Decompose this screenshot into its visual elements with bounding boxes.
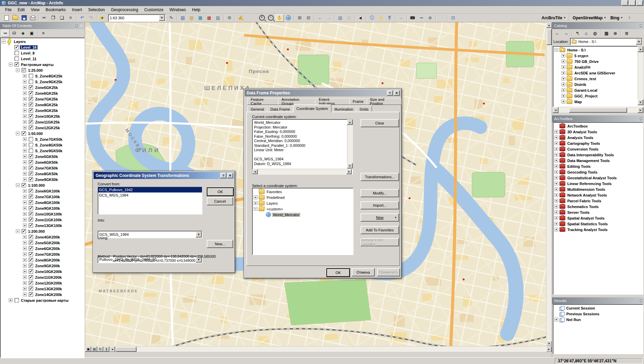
collapse-icon[interactable]: − [16, 132, 20, 135]
menu-windows[interactable]: Windows [167, 6, 189, 13]
toc-item-растровые-карты[interactable]: −Растровые карты [1, 62, 84, 67]
arctoolbox-root[interactable]: ArcToolbox [554, 123, 643, 129]
dfp-tab-size-and-position[interactable]: Size and Position [367, 98, 402, 105]
expand-icon[interactable]: + [23, 218, 27, 222]
table-of-contents-window-button[interactable]: ▤ [179, 14, 187, 22]
visibility-checkbox[interactable] [29, 195, 33, 199]
expand-icon[interactable]: + [554, 136, 558, 139]
toolbox-3d-analyst-tools[interactable]: +3D Analyst Tools [554, 129, 643, 135]
dfp-close-button[interactable]: ✕ [394, 90, 400, 96]
toc-item-zone13gk100k[interactable]: +Zone13GK100k [1, 223, 84, 228]
visibility-checkbox[interactable] [29, 126, 33, 130]
expand-icon[interactable]: + [23, 120, 27, 124]
visibility-checkbox[interactable] [29, 264, 33, 268]
visibility-checkbox[interactable] [29, 74, 33, 78]
toc-item-zone12gk200k[interactable]: +Zone12GK200k [1, 280, 84, 286]
expand-icon[interactable]: + [562, 88, 565, 92]
toc-item-layers[interactable]: −Layers [1, 39, 84, 44]
menu-selection[interactable]: Selection [85, 6, 108, 13]
menu-bookmarks[interactable]: Bookmarks [43, 6, 69, 13]
toc-item-level_16[interactable]: Level_16 [1, 44, 84, 50]
catalog-window-button[interactable]: ▥ [188, 14, 196, 22]
toolbox-analysis-tools[interactable]: +Analysis Tools [554, 135, 643, 140]
visibility-checkbox[interactable] [29, 241, 33, 245]
expand-icon[interactable]: + [23, 270, 27, 273]
editor-toolbar-button[interactable]: ✎ [167, 14, 175, 22]
expand-icon[interactable]: + [554, 130, 558, 134]
toc-item-zone7gk50k[interactable]: +Zone7GK50k [1, 165, 84, 171]
map-scroll-left-arrow[interactable]: ◄ [109, 346, 115, 352]
modify-button[interactable]: Modify... [361, 189, 399, 197]
basemap-arcbrutile-button[interactable]: ArcBruTile▼ [540, 15, 568, 21]
visibility-checkbox[interactable] [29, 172, 33, 176]
visibility-checkbox[interactable] [29, 91, 33, 95]
toc-item-zone10gk100k[interactable]: +Zone10GK100k [1, 211, 84, 217]
cs-tree-<custom>[interactable]: −<custom> [253, 206, 353, 212]
visibility-checkbox[interactable] [29, 97, 33, 101]
html-popup-button[interactable]: ❡ [386, 14, 394, 22]
toc-item-zone7gk100k[interactable]: +Zone7GK100k [1, 194, 84, 200]
toolbox-cartography-tools[interactable]: +Cartography Tools [554, 140, 643, 146]
visibility-checkbox[interactable] [29, 108, 33, 113]
open-document-button[interactable] [11, 14, 19, 22]
list-by-drawing-order-button[interactable]: ≔ [1, 29, 9, 37]
catalog-scroll-up-arrow[interactable]: ▲ [638, 46, 643, 52]
visibility-checkbox[interactable] [29, 149, 33, 153]
toc-item-s_zone8gk25k[interactable]: +S_Zone8GK25k [1, 73, 84, 79]
dfp-tab-frame[interactable]: Frame [349, 98, 367, 105]
expand-icon[interactable]: + [554, 228, 558, 231]
toolbox-conversion-tools[interactable]: +Conversion Tools [554, 146, 643, 152]
expand-icon[interactable]: + [562, 65, 565, 69]
expand-icon[interactable]: + [23, 149, 27, 153]
expand-icon[interactable]: + [254, 201, 257, 205]
python-window-button[interactable]: ▨ [214, 14, 222, 22]
visibility-checkbox[interactable] [29, 275, 33, 279]
expand-icon[interactable]: + [23, 80, 27, 84]
gcst-new-button[interactable]: New... [207, 240, 233, 248]
toc-item-zone4gk200k[interactable]: +Zone4GK200k [1, 234, 84, 240]
visibility-checkbox[interactable] [29, 235, 33, 239]
visibility-checkbox[interactable] [29, 212, 33, 216]
expand-icon[interactable]: + [554, 147, 558, 151]
expand-icon[interactable]: + [23, 178, 27, 181]
collapse-icon[interactable]: − [16, 229, 20, 233]
cs-text-hscrollbar[interactable]: ◄ ► [252, 169, 352, 174]
visibility-checkbox[interactable] [22, 131, 26, 136]
expand-icon[interactable]: + [554, 164, 558, 168]
visibility-checkbox[interactable] [29, 143, 33, 147]
menu-insert[interactable]: Insert [69, 6, 85, 13]
expand-icon[interactable]: + [23, 206, 27, 210]
visibility-checkbox[interactable] [29, 281, 33, 285]
help-whats-this-button[interactable]: ✍ [237, 14, 245, 22]
select-elements-button[interactable]: ➤ [355, 13, 366, 23]
collapse-icon[interactable]: − [16, 183, 20, 187]
map-scroll-up-arrow[interactable]: ▲ [546, 22, 552, 28]
catalog-forward-button[interactable]: → [562, 29, 570, 37]
expand-icon[interactable]: + [554, 153, 558, 157]
catalog-item-5-отдел[interactable]: +5 отдел [554, 53, 643, 59]
visibility-checkbox[interactable] [29, 223, 33, 228]
expand-icon[interactable]: + [23, 293, 27, 296]
expand-icon[interactable]: + [23, 252, 27, 256]
visibility-checkbox[interactable] [29, 177, 33, 182]
toolbox-tracking-analyst-tools[interactable]: +Tracking Analyst Tools [554, 227, 643, 232]
toolbox-parcel-fabric-tools[interactable]: +Parcel Fabric Tools [554, 198, 643, 204]
new-button[interactable]: New ▼ [361, 213, 399, 222]
expand-icon[interactable]: + [554, 182, 558, 185]
basemap-arcbrutile-dropdown-arrow[interactable]: ▼ [563, 16, 566, 19]
collapse-icon[interactable]: − [254, 207, 257, 211]
visibility-checkbox[interactable] [29, 269, 33, 274]
expand-icon[interactable]: + [23, 201, 27, 204]
expand-icon[interactable]: + [23, 91, 27, 95]
toolbox-editing-tools[interactable]: +Editing Tools [554, 163, 643, 169]
collapse-icon[interactable]: − [2, 40, 5, 43]
cs-text-right-arrow[interactable]: ► [346, 169, 352, 174]
list-by-source-button[interactable]: ⛁ [10, 29, 18, 37]
dfp-help-button[interactable]: ? [387, 90, 393, 96]
expand-icon[interactable]: + [23, 109, 27, 112]
toc-item-zone8gk25k[interactable]: +Zone8GK25k [1, 102, 84, 108]
catalog-item-ggc_project[interactable]: +GGC_Project [554, 93, 643, 99]
toc-item-zone9gk25k[interactable]: +Zone9GK25k [1, 108, 84, 113]
visibility-checkbox[interactable] [29, 246, 33, 251]
visibility-checkbox[interactable] [29, 258, 33, 262]
